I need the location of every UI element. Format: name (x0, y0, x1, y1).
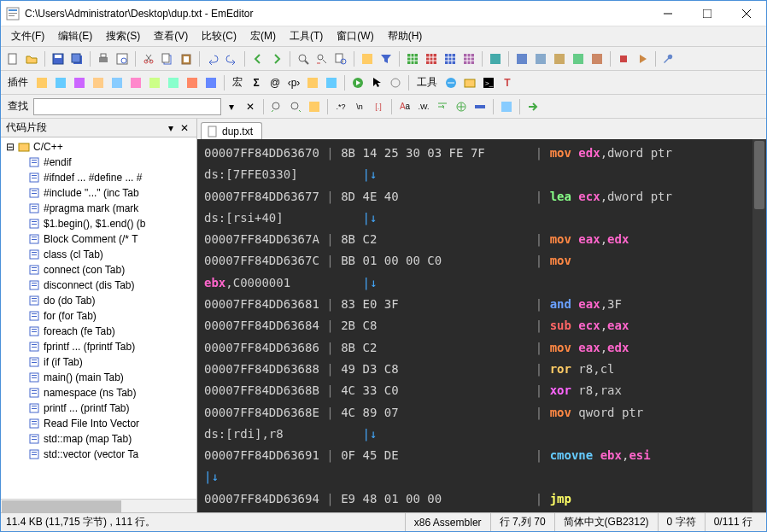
tree-item[interactable]: #pragma mark (mark (3, 201, 195, 216)
redo-icon[interactable] (223, 50, 240, 67)
plugin8-icon[interactable] (165, 74, 182, 91)
highlight-icon[interactable] (471, 98, 489, 115)
tree-folder[interactable]: ⊟ C/C++ (3, 139, 195, 155)
csv2-icon[interactable] (423, 50, 440, 67)
tree-item[interactable]: main() (main Tab) (3, 370, 195, 385)
number-icon[interactable]: [.] (370, 98, 387, 115)
tree-item[interactable]: #endif (3, 155, 195, 170)
case-icon[interactable]: Aa (396, 98, 413, 115)
find-icon[interactable] (295, 50, 312, 67)
tool5-icon[interactable] (570, 50, 587, 67)
minimize-button[interactable] (648, 1, 688, 26)
plugin1-icon[interactable] (33, 74, 50, 91)
find-input[interactable] (33, 98, 221, 115)
menu-view[interactable]: 查看(V) (147, 26, 195, 46)
menu-compare[interactable]: 比较(C) (195, 26, 243, 46)
go-icon[interactable] (349, 74, 366, 91)
preview-icon[interactable] (114, 50, 131, 67)
maximize-button[interactable] (688, 1, 727, 26)
print-icon[interactable] (95, 50, 112, 67)
forward-icon[interactable] (268, 50, 285, 67)
cmd-icon[interactable]: >_ (480, 74, 497, 91)
tree-item[interactable]: Block Comment (/* T (3, 231, 195, 247)
macro-p-icon[interactable]: ‹p› (285, 74, 302, 91)
menu-macro[interactable]: 宏(M) (243, 26, 283, 46)
plugin2-icon[interactable] (52, 74, 69, 91)
undo-icon[interactable] (204, 50, 221, 67)
plugin3-icon[interactable] (71, 74, 88, 91)
cursor-icon[interactable] (368, 74, 385, 91)
tree-item[interactable]: std::vector (vector Ta (3, 447, 195, 462)
tree-item[interactable]: connect (con Tab) (3, 262, 195, 278)
escape-icon[interactable]: \n (351, 98, 368, 115)
tree-item[interactable]: printf ... (printf Tab) (3, 400, 195, 416)
file-tab[interactable]: dup.txt (201, 122, 262, 139)
snippet-tree[interactable]: ⊟ C/C++ #endif#ifndef ... #define ... ##… (1, 137, 196, 499)
tree-item[interactable]: for (for Tab) (3, 308, 195, 324)
plugin9-icon[interactable] (184, 74, 201, 91)
find-dropdown-icon[interactable]: ▾ (223, 98, 240, 115)
tool4-icon[interactable] (551, 50, 568, 67)
open-icon[interactable] (23, 50, 40, 67)
menu-file[interactable]: 文件(F) (4, 26, 51, 46)
regex-icon[interactable]: .*? (332, 98, 349, 115)
tree-item[interactable]: disconnect (dis Tab) (3, 278, 195, 293)
replace-icon[interactable] (313, 50, 331, 67)
tree-item[interactable]: Read File Into Vector (3, 416, 195, 431)
cut-icon[interactable] (140, 50, 157, 67)
filter-icon[interactable] (378, 50, 395, 67)
paste-icon[interactable] (178, 50, 195, 67)
tree-item[interactable]: class (cl Tab) (3, 247, 195, 262)
plugin6-icon[interactable] (127, 74, 144, 91)
explorer-icon[interactable] (461, 74, 478, 91)
sidebar-dropdown-icon[interactable]: ▾ (164, 121, 178, 135)
find-prev-icon[interactable] (268, 98, 285, 115)
csv4-icon[interactable] (460, 50, 477, 67)
plugin4-icon[interactable] (90, 74, 107, 91)
tree-item[interactable]: if (if Tab) (3, 354, 195, 370)
tree-item[interactable]: #include "..." (inc Tab (3, 185, 195, 201)
wrench-icon[interactable] (660, 50, 677, 67)
tree-item[interactable]: #ifndef ... #define ... # (3, 170, 195, 185)
wrap-icon[interactable] (434, 98, 451, 115)
tree-item[interactable]: namespace (ns Tab) (3, 385, 195, 400)
tool3-icon[interactable] (532, 50, 549, 67)
tree-item[interactable]: do (do Tab) (3, 293, 195, 308)
macro-sum-icon[interactable]: Σ (248, 74, 265, 91)
editor-vscrollbar[interactable] (752, 139, 766, 512)
tool2-icon[interactable] (513, 50, 530, 67)
go-arrow-icon[interactable] (524, 98, 542, 115)
tool1-icon[interactable] (487, 50, 504, 67)
tree-item[interactable]: $1.begin(), $1.end() (b (3, 216, 195, 231)
find-close-icon[interactable]: ✕ (242, 98, 259, 115)
find-next-icon[interactable] (287, 98, 304, 115)
tree-item[interactable]: fprintf ... (fprintf Tab) (3, 339, 195, 354)
tree-item[interactable]: foreach (fe Tab) (3, 324, 195, 339)
plugin5-icon[interactable] (108, 74, 126, 91)
macro-at-icon[interactable]: @ (266, 74, 284, 91)
advanced-icon[interactable] (498, 98, 515, 115)
sidebar-close-icon[interactable]: ✕ (178, 121, 191, 135)
csv3-icon[interactable] (442, 50, 459, 67)
editor-scroll-thumb[interactable] (754, 141, 764, 209)
copy-icon[interactable] (159, 50, 176, 67)
word-icon[interactable]: .W. (415, 98, 432, 115)
ie-icon[interactable] (442, 74, 460, 91)
findfiles-icon[interactable] (332, 50, 349, 67)
close-button[interactable] (727, 1, 766, 26)
macro2-icon[interactable] (323, 74, 340, 91)
plugin10-icon[interactable] (202, 74, 220, 91)
menu-edit[interactable]: 编辑(E) (51, 26, 99, 46)
menu-help[interactable]: 帮助(H) (381, 26, 430, 46)
save-icon[interactable] (50, 50, 67, 67)
menu-search[interactable]: 搜索(S) (99, 26, 147, 46)
record-icon[interactable] (615, 50, 632, 67)
scrollbar-thumb[interactable] (2, 500, 121, 512)
markers-icon[interactable] (359, 50, 376, 67)
macro1-icon[interactable] (304, 74, 321, 91)
tree-item[interactable]: std::map (map Tab) (3, 431, 195, 447)
find-all-icon[interactable] (306, 98, 323, 115)
new-icon[interactable] (4, 50, 21, 67)
font-icon[interactable]: T (499, 74, 516, 91)
play-icon[interactable] (634, 50, 651, 67)
